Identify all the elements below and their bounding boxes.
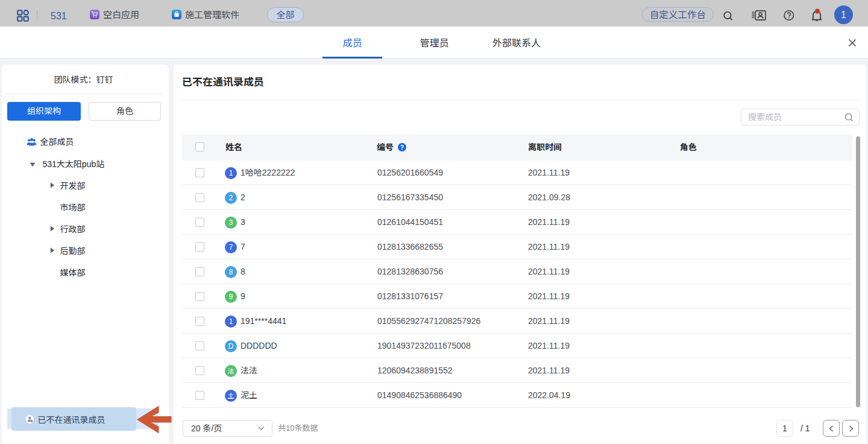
svg-text:?: ? — [400, 144, 404, 151]
